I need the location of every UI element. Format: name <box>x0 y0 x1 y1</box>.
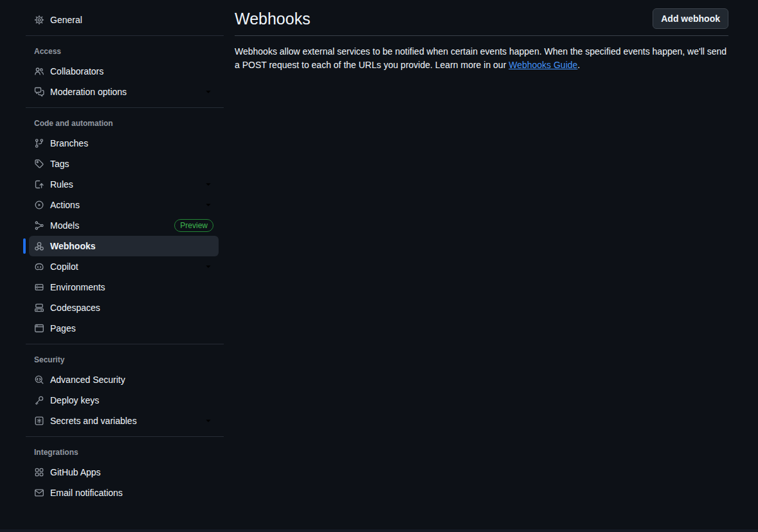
preview-badge: Preview <box>174 219 213 232</box>
sidebar-item-label: Tags <box>50 159 69 169</box>
section-header-access: Access <box>26 41 224 61</box>
sidebar-item-deploy-keys[interactable]: Deploy keys <box>29 390 219 411</box>
sidebar-item-secrets-and-variables[interactable]: Secrets and variables <box>29 411 219 431</box>
chevron-down-icon <box>203 179 213 190</box>
page-header: Webhooks Add webhook <box>235 0 728 36</box>
chevron-down-icon <box>203 200 213 210</box>
sidebar-item-label: Collaborators <box>50 66 104 76</box>
webhooks-description: Webhooks allow external services to be n… <box>235 45 728 72</box>
sidebar-item-actions[interactable]: Actions <box>29 195 219 215</box>
sidebar-item-tags[interactable]: Tags <box>29 154 219 174</box>
section-header-code-and-automation: Code and automation <box>26 113 224 133</box>
sidebar-item-rules[interactable]: Rules <box>29 174 219 195</box>
sidebar-item-advanced-security[interactable]: Advanced Security <box>29 369 219 390</box>
sidebar-item-label: Secrets and variables <box>50 416 137 426</box>
sidebar-item-webhooks[interactable]: Webhooks <box>29 236 219 256</box>
comment-discussion-icon <box>34 87 44 97</box>
add-webhook-button[interactable]: Add webhook <box>653 8 728 29</box>
key-icon <box>34 395 44 405</box>
divider <box>26 436 224 437</box>
section-header-security: Security <box>26 350 224 369</box>
sidebar-item-label: Advanced Security <box>50 375 125 385</box>
git-branch-icon <box>34 138 44 148</box>
chevron-down-icon <box>203 416 213 426</box>
sidebar-item-label: Deploy keys <box>50 395 99 405</box>
description-text-end: . <box>577 60 580 70</box>
sidebar-item-models[interactable]: Models Preview <box>29 215 219 236</box>
gear-icon <box>34 15 44 25</box>
active-page-indicator <box>23 238 26 254</box>
divider <box>26 107 224 108</box>
apps-icon <box>34 467 44 477</box>
webhooks-guide-link[interactable]: Webhooks Guide <box>509 60 577 70</box>
webhook-icon <box>34 241 44 251</box>
webhooks-settings-panel: Webhooks Add webhook Webhooks allow exte… <box>235 0 728 72</box>
sidebar-item-label: GitHub Apps <box>50 467 101 477</box>
sidebar-item-codespaces[interactable]: Codespaces <box>29 297 219 318</box>
sidebar-item-label: Email notifications <box>50 488 123 498</box>
sidebar-item-label: Moderation options <box>50 87 127 97</box>
settings-sidebar: General Access Collaborators Moderation … <box>26 0 224 503</box>
key-asterisk-icon <box>34 416 44 426</box>
sidebar-item-label: Pages <box>50 323 76 333</box>
rules-icon <box>34 179 44 190</box>
codescan-icon <box>34 375 44 385</box>
sidebar-item-label: Rules <box>50 179 73 190</box>
sidebar-item-label: Models <box>50 220 79 231</box>
sidebar-item-copilot[interactable]: Copilot <box>29 256 219 277</box>
sidebar-item-moderation-options[interactable]: Moderation options <box>29 82 219 102</box>
sidebar-item-label: General <box>50 15 82 25</box>
divider <box>26 35 224 36</box>
bottom-edge <box>0 529 758 532</box>
sidebar-item-github-apps[interactable]: GitHub Apps <box>29 462 219 483</box>
server-icon <box>34 282 44 292</box>
divider <box>26 344 224 344</box>
description-text: Webhooks allow external services to be n… <box>235 46 726 70</box>
codespaces-icon <box>34 303 44 313</box>
copilot-icon <box>34 262 44 272</box>
sidebar-item-environments[interactable]: Environments <box>29 277 219 297</box>
section-header-integrations: Integrations <box>26 442 224 462</box>
sidebar-item-pages[interactable]: Pages <box>29 318 219 339</box>
play-icon <box>34 200 44 210</box>
model-icon <box>34 220 44 231</box>
sidebar-item-email-notifications[interactable]: Email notifications <box>29 483 219 503</box>
page-title: Webhooks <box>235 8 311 29</box>
chevron-down-icon <box>203 87 213 97</box>
sidebar-item-branches[interactable]: Branches <box>29 133 219 154</box>
tag-icon <box>34 159 44 169</box>
sidebar-item-label: Copilot <box>50 262 78 272</box>
chevron-down-icon <box>203 262 213 272</box>
sidebar-item-label: Environments <box>50 282 105 292</box>
mail-icon <box>34 488 44 498</box>
people-icon <box>34 66 44 76</box>
browser-icon <box>34 323 44 333</box>
sidebar-item-label: Webhooks <box>50 241 96 251</box>
sidebar-item-label: Codespaces <box>50 303 100 313</box>
sidebar-item-general[interactable]: General <box>29 10 219 30</box>
sidebar-item-label: Actions <box>50 200 80 210</box>
sidebar-item-collaborators[interactable]: Collaborators <box>29 61 219 82</box>
sidebar-item-label: Branches <box>50 138 88 148</box>
